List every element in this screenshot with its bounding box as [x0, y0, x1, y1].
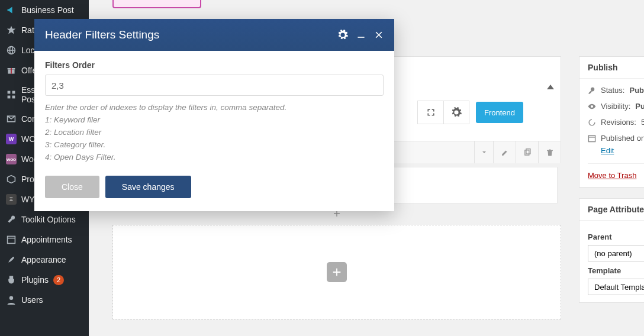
add-element-button[interactable] [327, 262, 347, 282]
sidebar-item-label: Toolkit Options [21, 215, 76, 224]
parent-label: Parent [588, 232, 644, 241]
panel-collapse-toggle[interactable] [547, 85, 554, 89]
filters-order-input[interactable] [45, 75, 384, 96]
plug-icon [6, 274, 17, 285]
published-on-edit-link[interactable]: Edit [601, 146, 614, 155]
modal-minimize-icon[interactable] [356, 30, 366, 40]
w-box-icon: W [6, 134, 17, 144]
svg-rect-5 [11, 68, 12, 74]
svg-rect-14 [524, 150, 529, 154]
header-filters-settings-modal: Header Filters Settings Filters Order En… [34, 19, 394, 211]
chevron-down-icon [481, 150, 487, 156]
frontend-button[interactable]: Frontend [476, 102, 523, 123]
sidebar-item-business-post[interactable]: Business Post [0, 0, 89, 20]
sidebar-item-label: Users [21, 295, 43, 305]
row-delete[interactable] [538, 141, 561, 163]
wy-box-icon: Ξ [6, 194, 17, 205]
woo-box-icon: woo [6, 154, 17, 164]
sidebar-item-users[interactable]: Users [0, 290, 89, 310]
gear-icon [451, 107, 462, 118]
modal-header: Header Filters Settings [34, 19, 394, 51]
wrench-icon [6, 214, 17, 225]
status-label: Status: [601, 86, 624, 95]
gear-icon [337, 30, 348, 40]
plus-icon [331, 267, 342, 277]
svg-rect-15 [526, 148, 530, 153]
fullscreen-icon [426, 108, 436, 117]
brush-icon [6, 254, 17, 265]
star-icon [6, 25, 17, 35]
revisions-label: Revisions: [601, 118, 636, 127]
sidebar-item-label: Business Post [21, 5, 74, 15]
plugins-badge: 2 [53, 275, 64, 285]
bullhorn-icon [6, 5, 17, 15]
pencil-icon [501, 148, 509, 157]
move-to-trash-link[interactable]: Move to Trash [588, 171, 636, 180]
status-row: Status: Publis [588, 86, 644, 95]
modal-save-button[interactable]: Save changes [105, 176, 191, 198]
triangle-up-icon [547, 85, 554, 89]
vc-toolbar: Frontend [417, 101, 523, 124]
svg-rect-9 [12, 96, 15, 99]
revisions-row: Revisions: 5 B [588, 118, 644, 127]
page-attributes-panel: Page Attributes Parent (no parent) Templ… [579, 198, 644, 303]
svg-rect-11 [8, 236, 15, 243]
publish-panel: Publish Status: Publis Visibility: Pub R… [579, 56, 644, 188]
sidebar-item-plugins[interactable]: Plugins 2 [0, 270, 89, 290]
template-select[interactable]: Default Templa [588, 279, 644, 295]
panel-heading: Page Attributes [579, 199, 644, 221]
visibility-value: Pub [635, 102, 644, 111]
key-icon [588, 86, 596, 95]
calendar-icon [588, 134, 596, 143]
visibility-row: Visibility: Pub [588, 102, 644, 111]
grid-icon [6, 89, 17, 100]
eye-icon [588, 102, 596, 111]
published-on-row: Published on: [588, 134, 644, 143]
row-edit[interactable] [493, 141, 516, 163]
modal-close-icon[interactable] [374, 30, 384, 40]
svg-rect-8 [8, 96, 11, 99]
panel-stub [112, 0, 201, 8]
package-icon [6, 174, 17, 185]
sidebar-item-appointments[interactable]: Appointments [0, 230, 89, 250]
trash-icon [546, 148, 554, 157]
sidebar-item-label: Plugins [21, 275, 49, 285]
gift-icon [6, 65, 17, 76]
right-sidebar: Publish Status: Publis Visibility: Pub R… [579, 56, 644, 314]
sidebar-item-label: Appointments [21, 235, 72, 244]
revisions-value: 5 [641, 118, 644, 127]
revisions-icon [588, 118, 596, 127]
close-icon [374, 30, 384, 40]
sidebar-item-toolkit[interactable]: Toolkit Options [0, 209, 89, 230]
visibility-label: Visibility: [601, 102, 630, 111]
panel-heading: Publish [579, 57, 644, 79]
minimize-icon [356, 30, 366, 40]
filters-order-hint: Enter the order of indexes to display th… [45, 102, 384, 164]
sidebar-item-label: Appearance [21, 255, 66, 264]
modal-settings-icon[interactable] [337, 30, 348, 40]
calendar-icon [6, 234, 17, 245]
template-label: Template [588, 266, 644, 275]
sidebar-item-appearance[interactable]: Appearance [0, 250, 89, 270]
globe-icon [6, 45, 17, 56]
filters-order-label: Filters Order [45, 60, 384, 70]
parent-select[interactable]: (no parent) [588, 245, 644, 261]
envelope-icon [6, 114, 17, 124]
svg-rect-6 [8, 91, 11, 94]
row-columns-dropdown[interactable] [474, 141, 493, 163]
svg-rect-7 [12, 91, 15, 94]
empty-row [112, 225, 561, 319]
status-value: Publis [629, 86, 644, 95]
published-on-label: Published on: [601, 134, 644, 143]
svg-rect-21 [358, 37, 364, 38]
modal-title: Header Filters Settings [45, 28, 159, 41]
svg-rect-19 [588, 135, 595, 142]
row-clone[interactable] [516, 141, 538, 163]
user-icon [6, 295, 17, 305]
modal-close-button[interactable]: Close [45, 176, 99, 198]
toolbar-settings[interactable] [443, 101, 469, 124]
svg-point-13 [9, 296, 13, 300]
copy-icon [523, 148, 532, 157]
toolbar-fullscreen[interactable] [417, 101, 443, 124]
